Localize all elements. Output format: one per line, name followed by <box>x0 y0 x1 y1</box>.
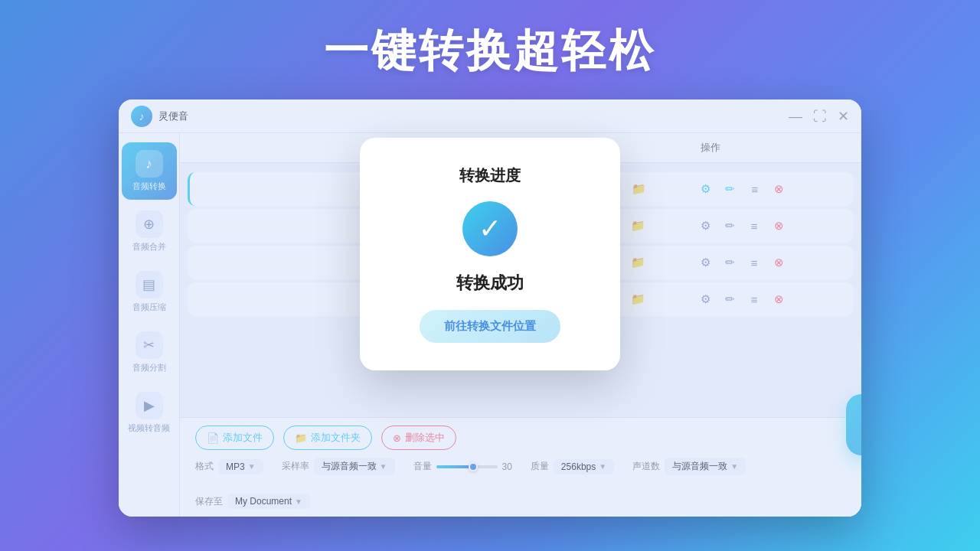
page-title: 一键转换超轻松 <box>0 0 980 81</box>
goto-file-button[interactable]: 前往转换文件位置 <box>420 310 560 343</box>
progress-modal: 转换进度 ✓ 转换成功 前往转换文件位置 <box>360 138 620 370</box>
modal-success-text: 转换成功 <box>456 272 524 295</box>
modal-overlay: 转换进度 ✓ 转换成功 前往转换文件位置 <box>119 99 861 517</box>
modal-title: 转换进度 <box>459 165 521 186</box>
app-window: ♪ 灵便音 — ⛶ ✕ ♪ 音频转换 ⊕ 音频合并 ▤ 音频压缩 ✂ <box>119 99 861 517</box>
success-check-icon: ✓ <box>462 201 518 256</box>
